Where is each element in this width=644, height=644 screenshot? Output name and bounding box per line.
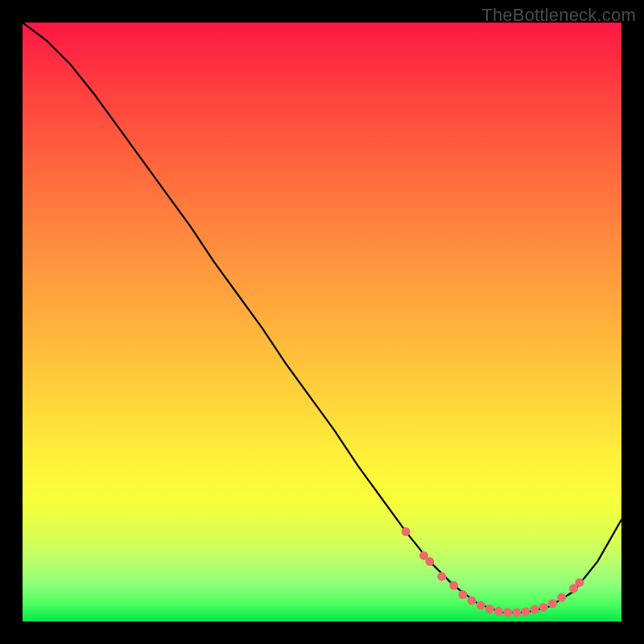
curve-marker [449, 581, 458, 590]
curve-marker [521, 608, 530, 617]
curve-marker [458, 590, 467, 599]
curve-marker [530, 605, 539, 614]
curve-marker [503, 608, 512, 617]
curve-marker [494, 607, 503, 616]
watermark-text: TheBottleneck.com [481, 5, 636, 26]
chart-frame: TheBottleneck.com [0, 0, 644, 644]
chart-plot-area [23, 23, 621, 621]
curve-marker [477, 601, 485, 609]
chart-svg [23, 23, 621, 621]
curve-marker [575, 578, 584, 587]
curve-marker [539, 603, 548, 612]
curve-marker [425, 557, 434, 566]
curve-markers [402, 527, 584, 617]
curve-marker [557, 593, 566, 602]
bottleneck-curve [23, 23, 621, 613]
curve-marker [548, 599, 557, 608]
curve-marker [468, 596, 477, 605]
curve-marker [402, 527, 411, 536]
curve-marker [485, 605, 494, 613]
curve-marker [437, 572, 446, 581]
curve-marker [512, 608, 521, 617]
